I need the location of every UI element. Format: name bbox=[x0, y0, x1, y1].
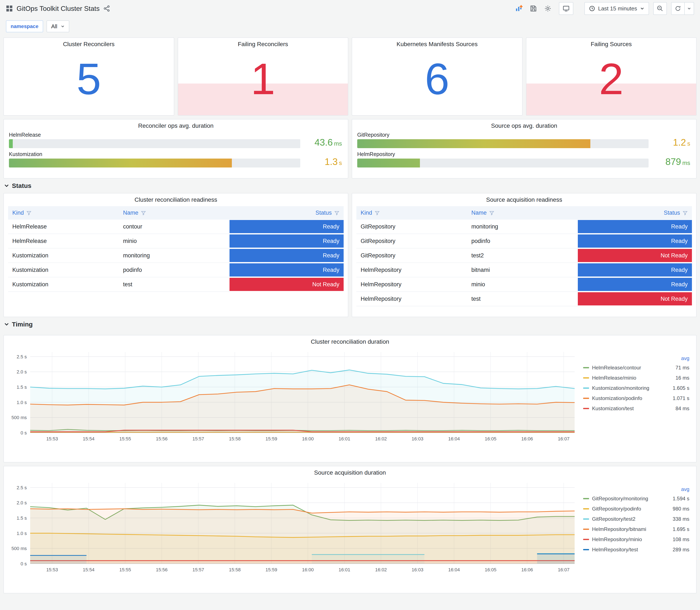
legend-item[interactable]: Kustomization/monitoring1.605 s bbox=[583, 383, 690, 393]
column-label: Kind bbox=[361, 210, 372, 216]
svg-text:16:04: 16:04 bbox=[448, 567, 460, 572]
status-cell: Ready bbox=[229, 234, 344, 248]
legend-item[interactable]: HelmRelease/minio16 ms bbox=[583, 373, 690, 383]
panel-title[interactable]: Cluster Reconcilers bbox=[4, 38, 174, 48]
status-cell: Ready bbox=[229, 248, 344, 263]
gauge-value: 1.3s bbox=[325, 157, 342, 167]
svg-text:500 ms: 500 ms bbox=[12, 546, 27, 551]
legend-item[interactable]: Kustomization/test84 ms bbox=[583, 403, 690, 414]
column-header-name[interactable]: Name bbox=[119, 206, 229, 220]
gauge-row-helmrelease: HelmRelease43.6ms bbox=[9, 132, 343, 148]
share-icon[interactable] bbox=[103, 5, 110, 12]
legend-item[interactable]: HelmRelease/contour71 ms bbox=[583, 363, 690, 373]
section-title: Status bbox=[12, 182, 31, 189]
column-header-name[interactable]: Name bbox=[467, 206, 578, 220]
section-header-timing[interactable]: Timing bbox=[3, 317, 697, 332]
gauges-row: Reconciler ops avg. duration HelmRelease… bbox=[3, 119, 697, 178]
filter-funnel-icon[interactable] bbox=[141, 210, 146, 215]
time-range-label: Last 15 minutes bbox=[598, 5, 637, 12]
svg-text:15:59: 15:59 bbox=[265, 567, 277, 572]
svg-text:1.0 s: 1.0 s bbox=[17, 400, 27, 405]
legend-avg-header[interactable]: avg bbox=[583, 485, 690, 494]
panel-title[interactable]: Source ops avg. duration bbox=[352, 119, 696, 129]
panel-title[interactable]: Cluster reconciliation duration bbox=[4, 335, 696, 345]
svg-text:15:58: 15:58 bbox=[229, 436, 241, 442]
zoom-out-button[interactable] bbox=[653, 2, 667, 15]
svg-text:16:06: 16:06 bbox=[521, 567, 533, 572]
tv-mode-button[interactable] bbox=[559, 2, 573, 15]
chevron-down-icon bbox=[4, 183, 9, 188]
variables-row: namespace All bbox=[3, 17, 697, 37]
status-badge: Not Ready bbox=[578, 292, 692, 305]
legend-item[interactable]: HelmRepository/bitnami1.695 s bbox=[583, 524, 690, 534]
gauge-value-unit: s bbox=[339, 160, 342, 166]
kind-cell: HelmRelease bbox=[8, 220, 119, 234]
legend-item[interactable]: HelmRepository/minio108 ms bbox=[583, 534, 690, 545]
page-title: GitOps Toolkit Cluster Stats bbox=[17, 5, 100, 13]
namespace-variable-value[interactable]: All bbox=[47, 20, 69, 32]
filter-funnel-icon[interactable] bbox=[375, 210, 380, 215]
panel-title[interactable]: Failing Sources bbox=[526, 38, 696, 48]
table-row: HelmRepositoryminioReady bbox=[356, 277, 692, 292]
legend-item[interactable]: HelmRepository/test289 ms bbox=[583, 545, 690, 555]
dashboard-page: GitOps Toolkit Cluster Stats La bbox=[0, 0, 700, 597]
gauge-track bbox=[357, 159, 649, 167]
filter-funnel-icon[interactable] bbox=[683, 210, 688, 215]
filter-funnel-icon[interactable] bbox=[489, 210, 494, 215]
chevron-down-icon bbox=[4, 322, 9, 327]
series-avg-value: 980 ms bbox=[672, 506, 690, 512]
series-color-swatch bbox=[583, 367, 589, 368]
settings-gear-icon[interactable] bbox=[542, 2, 554, 14]
filter-funnel-icon[interactable] bbox=[334, 210, 339, 215]
svg-text:0 s: 0 s bbox=[21, 561, 27, 566]
column-header-kind[interactable]: Kind bbox=[356, 206, 467, 220]
svg-text:16:05: 16:05 bbox=[485, 567, 496, 572]
namespace-variable-label[interactable]: namespace bbox=[6, 20, 43, 32]
filter-funnel-icon[interactable] bbox=[26, 210, 31, 215]
time-series-plot[interactable]: 15:5315:5415:5515:5615:5715:5815:5916:00… bbox=[6, 478, 578, 576]
status-cell: Not Ready bbox=[229, 277, 344, 292]
time-series-plot[interactable]: 15:5315:5415:5515:5615:5715:5815:5916:00… bbox=[6, 347, 578, 446]
column-header-status[interactable]: Status bbox=[578, 206, 692, 220]
stat-panel-manifest-sources: Kubernetes Manifests Sources 6 bbox=[352, 37, 523, 116]
gauge-track bbox=[9, 139, 300, 148]
svg-text:2.0 s: 2.0 s bbox=[17, 369, 27, 374]
column-header-status[interactable]: Status bbox=[229, 206, 344, 220]
panel-title[interactable]: Failing Reconcilers bbox=[178, 38, 348, 48]
save-dashboard-button[interactable] bbox=[527, 2, 539, 14]
svg-text:16:04: 16:04 bbox=[448, 436, 460, 442]
panel-title[interactable]: Source acquisition duration bbox=[4, 466, 696, 476]
column-label: Status bbox=[664, 210, 680, 216]
series-color-swatch bbox=[583, 539, 589, 540]
table-row: GitRepositorymonitoringReady bbox=[356, 220, 692, 234]
legend-item[interactable]: GitRepository/podinfo980 ms bbox=[583, 504, 690, 514]
refresh-interval-dropdown[interactable] bbox=[685, 2, 694, 15]
svg-text:15:54: 15:54 bbox=[83, 436, 95, 442]
gauge-value: 43.6ms bbox=[314, 138, 342, 148]
status-badge: Ready bbox=[578, 220, 692, 233]
kind-cell: HelmRepository bbox=[356, 263, 467, 277]
apps-grid-icon[interactable] bbox=[6, 5, 13, 12]
panel-title[interactable]: Kubernetes Manifests Sources bbox=[352, 38, 522, 48]
legend-item[interactable]: Kustomization/podinfo1.071 s bbox=[583, 393, 690, 403]
panel-title[interactable]: Source acquisition readiness bbox=[352, 193, 696, 203]
gauge-label: Kustomization bbox=[9, 151, 300, 157]
stat-panel-failing-sources: Failing Sources 2 bbox=[526, 37, 697, 116]
panel-title[interactable]: Reconciler ops avg. duration bbox=[4, 119, 348, 129]
time-range-picker[interactable]: Last 15 minutes bbox=[584, 2, 649, 15]
legend-avg-header[interactable]: avg bbox=[583, 354, 690, 363]
legend-item[interactable]: GitRepository/test2338 ms bbox=[583, 514, 690, 524]
legend-item[interactable]: GitRepository/monitoring1.594 s bbox=[583, 494, 690, 504]
svg-text:16:01: 16:01 bbox=[339, 436, 350, 442]
name-cell: monitoring bbox=[467, 220, 578, 234]
column-header-kind[interactable]: Kind bbox=[8, 206, 119, 220]
status-badge: Ready bbox=[229, 235, 344, 247]
svg-text:15:56: 15:56 bbox=[156, 567, 167, 572]
refresh-button[interactable] bbox=[671, 2, 685, 15]
series-color-swatch bbox=[583, 408, 589, 409]
add-panel-button[interactable] bbox=[513, 2, 525, 14]
chart-panel-acquisition-duration: Source acquisition duration 15:5315:5415… bbox=[3, 466, 697, 593]
panel-title[interactable]: Cluster reconciliation readiness bbox=[4, 193, 348, 203]
gauge-panel-source-ops: Source ops avg. duration GitRepository1.… bbox=[352, 119, 697, 178]
section-header-status[interactable]: Status bbox=[3, 178, 697, 193]
